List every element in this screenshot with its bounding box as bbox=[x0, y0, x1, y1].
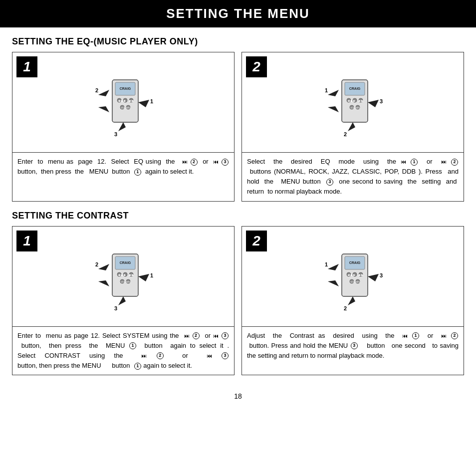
icon-skip-fwd-3: ⏭ bbox=[184, 332, 190, 340]
circle-1-4: 1 bbox=[134, 363, 141, 370]
contrast-step-2: 2 CRAIG 1 2 3 ◀◀ bbox=[241, 226, 464, 376]
icon-skip-fwd-5: ⏭ bbox=[441, 332, 447, 340]
eq-step-2-device: CRAIG 1 2 3 ◀◀ ▶ ▶▶ VOL MN bbox=[313, 62, 393, 142]
circle-1-5: 1 bbox=[412, 332, 419, 339]
icon-skip-bck-5: ⏮ bbox=[402, 332, 408, 340]
svg-text:2: 2 bbox=[95, 87, 98, 93]
svg-text:2: 2 bbox=[344, 131, 347, 137]
eq-steps-row: 1 CRAIG bbox=[12, 52, 464, 202]
eq-step-1-device: CRAIG 2 3 1 ◀◀ ▶ bbox=[83, 62, 163, 142]
svg-text:CRAIG: CRAIG bbox=[120, 261, 131, 264]
circle-1-3: 1 bbox=[129, 342, 136, 349]
svg-text:3: 3 bbox=[114, 305, 117, 311]
svg-text:MN: MN bbox=[356, 280, 360, 283]
page-header: SETTING THE MENU bbox=[0, 0, 476, 27]
contrast-section-title: SETTING THE CONTRAST bbox=[12, 211, 464, 221]
svg-text:◀◀: ◀◀ bbox=[347, 273, 352, 276]
svg-text:MN: MN bbox=[356, 106, 360, 109]
svg-text:▶▶: ▶▶ bbox=[129, 273, 134, 276]
svg-text:3: 3 bbox=[114, 131, 117, 137]
circle-3-4: 3 bbox=[222, 352, 229, 359]
contrast-step-2-text: Adjust the Contrast as desired using the… bbox=[242, 326, 464, 375]
svg-text:2: 2 bbox=[344, 305, 347, 311]
svg-text:MN: MN bbox=[126, 106, 130, 109]
page-number: 18 bbox=[0, 389, 476, 405]
svg-text:▶▶: ▶▶ bbox=[129, 99, 134, 102]
contrast-step-1-image: 1 CRAIG 2 3 1 ◀◀ bbox=[12, 227, 234, 326]
svg-text:VOL: VOL bbox=[121, 280, 126, 283]
contrast-steps-row: 1 CRAIG 2 3 1 ◀◀ bbox=[12, 226, 464, 376]
icon-skip-fwd-1: ⏭ bbox=[182, 158, 188, 166]
page-title: SETTING THE MENU bbox=[166, 6, 310, 21]
circle-3-2: 3 bbox=[326, 179, 333, 186]
svg-text:VOL: VOL bbox=[121, 106, 126, 109]
icon-skip-bck-3: ⏮ bbox=[213, 332, 219, 340]
icon-skip-bck-1: ⏮ bbox=[213, 158, 219, 166]
circle-3-5: 3 bbox=[351, 342, 358, 349]
circle-2-4: 2 bbox=[157, 352, 164, 359]
circle-2-3: 2 bbox=[193, 332, 200, 339]
circle-3-3: 3 bbox=[222, 332, 229, 339]
eq-step-1: 1 CRAIG bbox=[12, 52, 235, 202]
contrast-step-2-badge: 2 bbox=[246, 231, 267, 251]
svg-text:1: 1 bbox=[150, 272, 153, 278]
eq-step-2-image: 2 CRAIG 1 bbox=[242, 52, 464, 152]
circle-2-1: 2 bbox=[191, 159, 198, 166]
circle-2-2: 2 bbox=[451, 159, 458, 166]
icon-skip-bck-4: ⏮ bbox=[207, 352, 212, 360]
svg-text:3: 3 bbox=[380, 98, 383, 104]
contrast-step-1-device: CRAIG 2 3 1 ◀◀ ▶ ▶▶ VOL MN bbox=[83, 237, 163, 316]
circle-1-2: 1 bbox=[411, 159, 418, 166]
svg-text:CRAIG: CRAIG bbox=[349, 87, 361, 90]
page-content: SETTING THE EQ-(MUSIC PLAYER ONLY) 1 bbox=[0, 27, 476, 389]
eq-step-1-image: 1 CRAIG bbox=[12, 52, 234, 152]
svg-text:2: 2 bbox=[95, 261, 98, 267]
circle-3-1: 3 bbox=[222, 159, 229, 166]
contrast-step-1: 1 CRAIG 2 3 1 ◀◀ bbox=[12, 226, 235, 376]
icon-skip-bck-2: ⏮ bbox=[401, 158, 406, 166]
icon-skip-fwd-4: ⏭ bbox=[141, 352, 147, 360]
eq-step-1-text: Enter to menu as page 12. Select EQ usin… bbox=[12, 152, 234, 201]
svg-text:▶▶: ▶▶ bbox=[359, 273, 364, 276]
eq-section-title: SETTING THE EQ-(MUSIC PLAYER ONLY) bbox=[12, 36, 464, 47]
svg-text:◀◀: ◀◀ bbox=[118, 99, 123, 102]
contrast-step-2-image: 2 CRAIG 1 2 3 ◀◀ bbox=[242, 227, 464, 326]
svg-text:VOL: VOL bbox=[350, 280, 355, 283]
svg-text:1: 1 bbox=[150, 98, 153, 104]
svg-text:▶: ▶ bbox=[353, 99, 356, 102]
svg-text:▶▶: ▶▶ bbox=[359, 99, 364, 102]
eq-step-2-text: Select the desired EQ mode using the ⏮ 1… bbox=[242, 152, 464, 201]
svg-text:◀◀: ◀◀ bbox=[347, 99, 352, 102]
eq-step-2: 2 CRAIG 1 bbox=[241, 52, 464, 202]
svg-text:CRAIG: CRAIG bbox=[349, 261, 361, 264]
contrast-step-1-text: Enter to menu as page 12. Select SYSTEM … bbox=[12, 326, 234, 375]
contrast-step-2-device: CRAIG 1 2 3 ◀◀ ▶ ▶▶ VOL MN bbox=[313, 237, 393, 316]
svg-text:▶: ▶ bbox=[353, 273, 356, 276]
svg-text:▶: ▶ bbox=[124, 99, 126, 102]
svg-text:▶: ▶ bbox=[124, 273, 126, 276]
eq-step-2-badge: 2 bbox=[246, 56, 267, 77]
svg-text:VOL: VOL bbox=[350, 106, 355, 109]
svg-text:1: 1 bbox=[325, 261, 328, 267]
icon-skip-fwd-2: ⏭ bbox=[441, 158, 447, 166]
contrast-step-1-badge: 1 bbox=[16, 231, 37, 251]
svg-text:◀◀: ◀◀ bbox=[118, 273, 123, 276]
circle-2-5: 2 bbox=[451, 332, 458, 339]
svg-text:3: 3 bbox=[380, 272, 383, 278]
svg-text:1: 1 bbox=[325, 87, 328, 93]
circle-1-1: 1 bbox=[134, 169, 141, 176]
svg-text:CRAIG: CRAIG bbox=[120, 87, 131, 90]
svg-text:MN: MN bbox=[126, 280, 130, 283]
eq-step-1-badge: 1 bbox=[16, 56, 37, 77]
